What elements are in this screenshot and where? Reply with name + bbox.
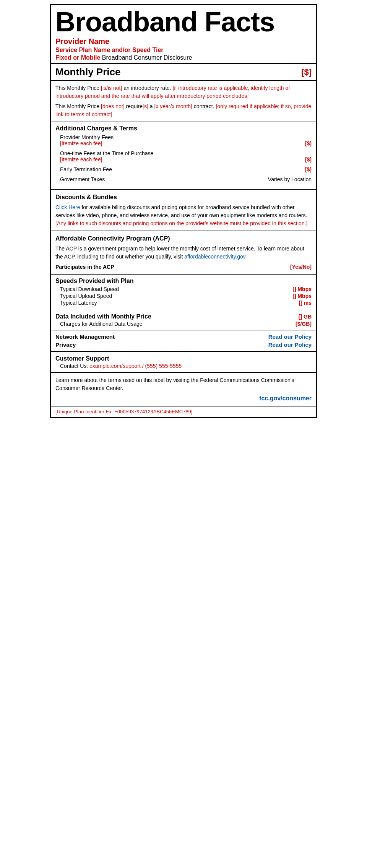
- network-privacy-section: Network Management Read our Policy Priva…: [51, 330, 316, 352]
- data-charges-label: Charges for Additional Data Usage: [60, 321, 143, 327]
- contract-red1: [does not]: [101, 103, 125, 109]
- provider-monthly-fees-sub-row: [Itemize each fee] [$]: [60, 140, 312, 146]
- network-management-label: Network Management: [55, 333, 115, 340]
- latency-row: Typical Latency [] ms: [55, 300, 312, 306]
- data-header-row: Data Included with Monthly Price [] GB: [55, 313, 312, 320]
- upload-speed-row: Typical Upload Speed [] Mbps: [55, 293, 312, 299]
- contact-link[interactable]: example.com/support / (555) 555-5555: [89, 363, 182, 369]
- provider-monthly-fees-sub: [Itemize each fee]: [60, 140, 102, 146]
- one-time-fees-sub: [Itemize each fee]: [60, 156, 102, 163]
- fcc-link[interactable]: fcc.gov/consumer: [259, 395, 312, 401]
- data-title-value: [] GB: [299, 314, 312, 320]
- one-time-fees-item: One-time Fees at the Time of Purchase [I…: [55, 150, 312, 163]
- speeds-title: Speeds Provided with Plan: [55, 278, 312, 284]
- government-taxes-label: Government Taxes: [60, 176, 105, 182]
- upload-speed-label: Typical Upload Speed: [60, 293, 112, 299]
- speeds-section: Speeds Provided with Plan Typical Downlo…: [51, 275, 316, 310]
- monthly-price-amount: [$]: [301, 67, 312, 77]
- one-time-fees-label: One-time Fees at the Time of Purchase: [60, 150, 153, 156]
- discounts-section: Discounts & Bundles Click Here for avail…: [51, 190, 316, 231]
- intro-black1: This Monthly Price: [55, 85, 101, 91]
- contract-black2: require: [125, 103, 143, 109]
- fcc-section: Learn more about the terms used on this …: [51, 373, 316, 406]
- acp-link[interactable]: affordableconnectivity.gov: [184, 254, 245, 260]
- contract-red2: [s]: [143, 103, 148, 109]
- provider-monthly-fees-amount: [$]: [305, 140, 312, 146]
- data-section: Data Included with Monthly Price [] GB C…: [51, 310, 316, 330]
- customer-support-section: Customer Support Contact Us: example.com…: [51, 352, 316, 373]
- provider-monthly-fees-row: Provider Monthly Fees: [60, 134, 312, 140]
- additional-charges-section: Additional Charges & Terms Provider Mont…: [51, 122, 316, 190]
- discounts-click-here[interactable]: Click Here: [55, 204, 80, 210]
- early-termination-amount: [$]: [305, 166, 312, 172]
- data-charges-value: [$/GB]: [296, 321, 312, 327]
- discounts-description: for available billing discounts and pric…: [55, 204, 307, 218]
- privacy-link[interactable]: Read our Policy: [268, 341, 312, 348]
- header-section: Broadband Facts Provider Name Service Pl…: [51, 5, 316, 64]
- government-taxes-row: Government Taxes Varies by Location: [60, 176, 312, 182]
- intro-black2: an introductory rate.: [122, 85, 172, 91]
- service-plan-name: Service Plan Name and/or Speed Tier: [55, 47, 312, 54]
- acp-participates-label: Participates in the ACP: [55, 263, 114, 271]
- contract-red3: [x year/x month]: [154, 103, 192, 109]
- download-speed-row: Typical Download Speed [] Mbps: [55, 286, 312, 292]
- privacy-row: Privacy Read our Policy: [55, 341, 312, 348]
- contract-black4: contract.: [192, 103, 216, 109]
- network-management-link[interactable]: Read our Policy: [268, 333, 312, 340]
- acp-participates-value: [Yes/No]: [290, 263, 312, 271]
- intro-red1: [is/is not]: [101, 85, 122, 91]
- government-taxes-amount: Varies by Location: [268, 176, 312, 182]
- one-time-fees-sub-row: [Itemize each fee] [$]: [60, 156, 312, 163]
- government-taxes-item: Government Taxes Varies by Location: [55, 176, 312, 182]
- unique-id-section: [Unique Plan Identifier Ex. F00059379741…: [51, 406, 316, 417]
- disclosure-fixed-mobile: Fixed or Mobile: [55, 54, 100, 61]
- provider-name: Provider Name: [55, 37, 312, 46]
- discounts-note: [Any links to such discounts and pricing…: [55, 220, 307, 226]
- monthly-price-content: This Monthly Price [is/is not] an introd…: [51, 81, 316, 122]
- latency-value: [] ms: [299, 300, 312, 306]
- network-management-row: Network Management Read our Policy: [55, 333, 312, 340]
- provider-monthly-fees-item: Provider Monthly Fees [Itemize each fee]…: [55, 134, 312, 146]
- early-termination-label: Early Termination Fee: [60, 166, 112, 172]
- main-title: Broadband Facts: [55, 8, 312, 36]
- download-speed-label: Typical Download Speed: [60, 286, 119, 292]
- acp-paragraph: The ACP is a government program to help …: [55, 245, 312, 261]
- early-termination-row: Early Termination Fee [$]: [60, 166, 312, 172]
- acp-desc-black1: The ACP is a government program to help …: [55, 245, 304, 260]
- discounts-title: Discounts & Bundles: [55, 193, 312, 202]
- one-time-fees-label-row: One-time Fees at the Time of Purchase: [60, 150, 312, 156]
- acp-title: Affordable Connectivity Program (ACP): [55, 234, 312, 243]
- upload-speed-value: [] Mbps: [292, 293, 312, 299]
- privacy-label: Privacy: [55, 341, 76, 348]
- monthly-price-row: Monthly Price [$]: [51, 64, 316, 81]
- monthly-price-label: Monthly Price: [55, 66, 120, 78]
- contact-row: Contact Us: example.com/support / (555) …: [55, 363, 312, 369]
- acp-participates-row: Participates in the ACP [Yes/No]: [55, 263, 312, 271]
- one-time-fees-amount: [$]: [305, 156, 312, 163]
- provider-monthly-fees-label: Provider Monthly Fees: [60, 134, 114, 140]
- latency-label: Typical Latency: [60, 300, 97, 306]
- acp-desc-black2: .: [245, 254, 247, 260]
- contract-black1: This Monthly Price: [55, 103, 101, 109]
- intro-rate-paragraph: This Monthly Price [is/is not] an introd…: [55, 84, 312, 100]
- download-speed-value: [] Mbps: [292, 286, 312, 292]
- disclosure-line: Fixed or Mobile Broadband Consumer Discl…: [55, 54, 312, 61]
- data-title: Data Included with Monthly Price: [55, 313, 151, 320]
- additional-charges-title: Additional Charges & Terms: [55, 125, 312, 132]
- customer-support-title: Customer Support: [55, 355, 312, 362]
- contract-black3: a: [148, 103, 154, 109]
- unique-id-text: [Unique Plan Identifier Ex. F00059379741…: [55, 409, 192, 414]
- discounts-paragraph: Click Here for available billing discoun…: [55, 203, 312, 228]
- fcc-description: Learn more about the terms used on this …: [55, 376, 312, 392]
- data-charges-row: Charges for Additional Data Usage [$/GB]: [55, 321, 312, 327]
- fcc-link-row: fcc.gov/consumer: [55, 394, 312, 403]
- disclosure-rest: Broadband Consumer Disclosure: [100, 54, 192, 61]
- contract-paragraph: This Monthly Price [does not] require[s]…: [55, 102, 312, 119]
- contact-label: Contact Us:: [60, 363, 89, 369]
- acp-section: Affordable Connectivity Program (ACP) Th…: [51, 231, 316, 275]
- early-termination-item: Early Termination Fee [$]: [55, 166, 312, 172]
